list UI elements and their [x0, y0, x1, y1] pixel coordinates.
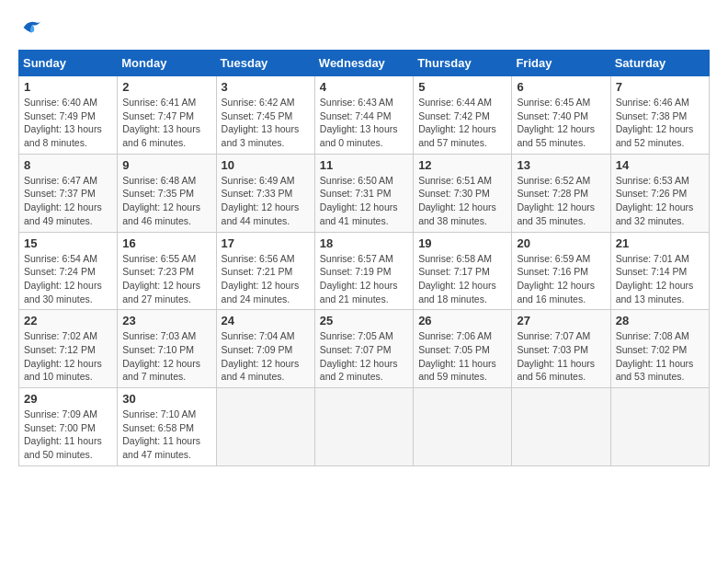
- day-number: 27: [517, 314, 605, 327]
- day-detail: Sunrise: 6:47 AM Sunset: 7:37 PM Dayligh…: [24, 174, 112, 228]
- day-number: 28: [616, 314, 704, 327]
- day-detail: Sunrise: 6:50 AM Sunset: 7:31 PM Dayligh…: [320, 174, 408, 228]
- day-detail: Sunrise: 6:55 AM Sunset: 7:23 PM Dayligh…: [122, 252, 210, 306]
- calendar-cell: 14Sunrise: 6:53 AM Sunset: 7:26 PM Dayli…: [610, 154, 709, 232]
- day-detail: Sunrise: 7:10 AM Sunset: 6:58 PM Dayligh…: [122, 408, 210, 462]
- day-number: 26: [418, 314, 506, 327]
- day-detail: Sunrise: 6:43 AM Sunset: 7:44 PM Dayligh…: [320, 96, 408, 150]
- calendar-cell: 24Sunrise: 7:04 AM Sunset: 7:09 PM Dayli…: [216, 310, 314, 388]
- day-detail: Sunrise: 6:49 AM Sunset: 7:33 PM Dayligh…: [222, 174, 310, 228]
- calendar-cell: [610, 388, 709, 466]
- calendar-cell: 5Sunrise: 6:44 AM Sunset: 7:42 PM Daylig…: [414, 76, 512, 155]
- day-number: 12: [418, 158, 506, 172]
- calendar-cell: 30Sunrise: 7:10 AM Sunset: 6:58 PM Dayli…: [118, 388, 216, 466]
- day-number: 24: [222, 314, 310, 327]
- day-detail: Sunrise: 6:44 AM Sunset: 7:42 PM Dayligh…: [418, 96, 506, 150]
- day-detail: Sunrise: 6:48 AM Sunset: 7:35 PM Dayligh…: [122, 174, 210, 228]
- day-detail: Sunrise: 7:05 AM Sunset: 7:07 PM Dayligh…: [320, 329, 408, 384]
- col-header-friday: Friday: [512, 51, 610, 76]
- calendar-cell: 17Sunrise: 6:56 AM Sunset: 7:21 PM Dayli…: [216, 232, 314, 310]
- day-detail: Sunrise: 7:06 AM Sunset: 7:05 PM Dayligh…: [418, 329, 506, 384]
- day-number: 2: [122, 80, 210, 94]
- col-header-wednesday: Wednesday: [314, 51, 413, 76]
- day-number: 15: [24, 236, 112, 250]
- day-detail: Sunrise: 7:02 AM Sunset: 7:12 PM Dayligh…: [24, 329, 112, 384]
- day-detail: Sunrise: 6:54 AM Sunset: 7:24 PM Dayligh…: [24, 252, 112, 306]
- calendar-cell: 29Sunrise: 7:09 AM Sunset: 7:00 PM Dayli…: [19, 388, 118, 466]
- calendar-cell: 3Sunrise: 6:42 AM Sunset: 7:45 PM Daylig…: [216, 76, 314, 155]
- calendar-cell: 10Sunrise: 6:49 AM Sunset: 7:33 PM Dayli…: [216, 154, 314, 232]
- day-number: 10: [222, 158, 310, 172]
- calendar-cell: 22Sunrise: 7:02 AM Sunset: 7:12 PM Dayli…: [19, 310, 118, 388]
- calendar-cell: 20Sunrise: 6:59 AM Sunset: 7:16 PM Dayli…: [512, 232, 610, 310]
- logo-bird-icon: [18, 15, 44, 40]
- day-detail: Sunrise: 7:04 AM Sunset: 7:09 PM Dayligh…: [222, 329, 310, 384]
- calendar-cell: 9Sunrise: 6:48 AM Sunset: 7:35 PM Daylig…: [118, 154, 216, 232]
- day-detail: Sunrise: 6:58 AM Sunset: 7:17 PM Dayligh…: [418, 252, 506, 306]
- day-number: 3: [222, 80, 310, 94]
- day-number: 13: [517, 158, 605, 172]
- calendar-cell: 23Sunrise: 7:03 AM Sunset: 7:10 PM Dayli…: [118, 310, 216, 388]
- calendar-cell: 1Sunrise: 6:40 AM Sunset: 7:49 PM Daylig…: [19, 76, 118, 155]
- calendar-cell: 13Sunrise: 6:52 AM Sunset: 7:28 PM Dayli…: [512, 154, 610, 232]
- day-number: 22: [24, 314, 112, 327]
- day-number: 9: [122, 158, 210, 172]
- day-number: 29: [24, 392, 112, 406]
- calendar-cell: 12Sunrise: 6:51 AM Sunset: 7:30 PM Dayli…: [414, 154, 512, 232]
- day-detail: Sunrise: 6:59 AM Sunset: 7:16 PM Dayligh…: [517, 252, 605, 306]
- calendar-cell: 2Sunrise: 6:41 AM Sunset: 7:47 PM Daylig…: [118, 76, 216, 155]
- day-number: 17: [222, 236, 310, 250]
- day-detail: Sunrise: 6:51 AM Sunset: 7:30 PM Dayligh…: [418, 174, 506, 228]
- calendar-table: SundayMondayTuesdayWednesdayThursdayFrid…: [18, 50, 710, 466]
- calendar-cell: [512, 388, 610, 466]
- day-number: 20: [517, 236, 605, 250]
- calendar-cell: 28Sunrise: 7:08 AM Sunset: 7:02 PM Dayli…: [610, 310, 709, 388]
- day-detail: Sunrise: 6:52 AM Sunset: 7:28 PM Dayligh…: [517, 174, 605, 228]
- calendar-cell: 19Sunrise: 6:58 AM Sunset: 7:17 PM Dayli…: [414, 232, 512, 310]
- col-header-thursday: Thursday: [414, 51, 512, 76]
- calendar-cell: 21Sunrise: 7:01 AM Sunset: 7:14 PM Dayli…: [610, 232, 709, 310]
- header: [18, 15, 710, 40]
- day-number: 30: [122, 392, 210, 406]
- day-detail: Sunrise: 6:46 AM Sunset: 7:38 PM Dayligh…: [616, 96, 704, 150]
- day-detail: Sunrise: 7:01 AM Sunset: 7:14 PM Dayligh…: [616, 252, 704, 306]
- calendar-cell: 26Sunrise: 7:06 AM Sunset: 7:05 PM Dayli…: [414, 310, 512, 388]
- calendar-cell: 15Sunrise: 6:54 AM Sunset: 7:24 PM Dayli…: [19, 232, 118, 310]
- calendar-cell: 27Sunrise: 7:07 AM Sunset: 7:03 PM Dayli…: [512, 310, 610, 388]
- day-number: 7: [616, 80, 704, 94]
- day-number: 14: [616, 158, 704, 172]
- day-number: 18: [320, 236, 408, 250]
- col-header-tuesday: Tuesday: [216, 51, 314, 76]
- day-detail: Sunrise: 6:41 AM Sunset: 7:47 PM Dayligh…: [122, 96, 210, 150]
- day-detail: Sunrise: 7:09 AM Sunset: 7:00 PM Dayligh…: [24, 408, 112, 462]
- day-detail: Sunrise: 7:07 AM Sunset: 7:03 PM Dayligh…: [517, 329, 605, 384]
- day-number: 11: [320, 158, 408, 172]
- day-detail: Sunrise: 6:40 AM Sunset: 7:49 PM Dayligh…: [24, 96, 112, 150]
- day-detail: Sunrise: 6:53 AM Sunset: 7:26 PM Dayligh…: [616, 174, 704, 228]
- day-number: 21: [616, 236, 704, 250]
- col-header-saturday: Saturday: [610, 51, 709, 76]
- day-number: 4: [320, 80, 408, 94]
- day-detail: Sunrise: 6:42 AM Sunset: 7:45 PM Dayligh…: [222, 96, 310, 150]
- day-detail: Sunrise: 6:56 AM Sunset: 7:21 PM Dayligh…: [222, 252, 310, 306]
- logo: [18, 15, 48, 40]
- day-detail: Sunrise: 7:03 AM Sunset: 7:10 PM Dayligh…: [122, 329, 210, 384]
- day-number: 8: [24, 158, 112, 172]
- calendar-cell: 4Sunrise: 6:43 AM Sunset: 7:44 PM Daylig…: [314, 76, 413, 155]
- calendar-cell: [314, 388, 413, 466]
- calendar-cell: 8Sunrise: 6:47 AM Sunset: 7:37 PM Daylig…: [19, 154, 118, 232]
- calendar-cell: 11Sunrise: 6:50 AM Sunset: 7:31 PM Dayli…: [314, 154, 413, 232]
- calendar-cell: 16Sunrise: 6:55 AM Sunset: 7:23 PM Dayli…: [118, 232, 216, 310]
- day-number: 6: [517, 80, 605, 94]
- calendar-cell: [414, 388, 512, 466]
- calendar-cell: 18Sunrise: 6:57 AM Sunset: 7:19 PM Dayli…: [314, 232, 413, 310]
- calendar-cell: 7Sunrise: 6:46 AM Sunset: 7:38 PM Daylig…: [610, 76, 709, 155]
- calendar-cell: 6Sunrise: 6:45 AM Sunset: 7:40 PM Daylig…: [512, 76, 610, 155]
- col-header-monday: Monday: [118, 51, 216, 76]
- day-number: 5: [418, 80, 506, 94]
- day-detail: Sunrise: 6:57 AM Sunset: 7:19 PM Dayligh…: [320, 252, 408, 306]
- day-number: 1: [24, 80, 112, 94]
- day-number: 23: [122, 314, 210, 327]
- calendar-cell: 25Sunrise: 7:05 AM Sunset: 7:07 PM Dayli…: [314, 310, 413, 388]
- day-number: 25: [320, 314, 408, 327]
